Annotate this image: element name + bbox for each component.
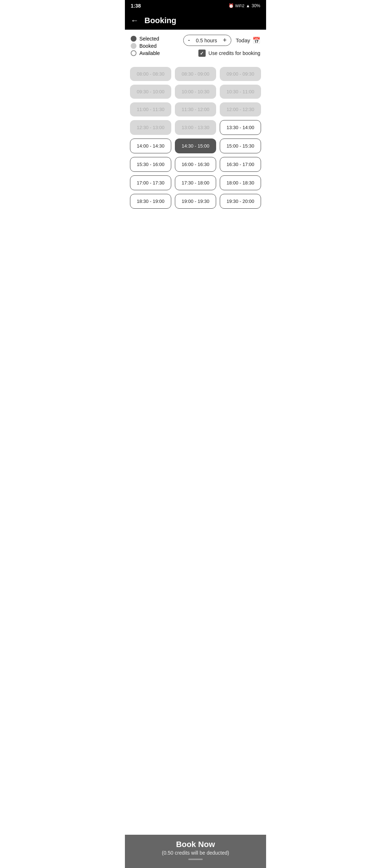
time-slot-8[interactable]: 12:00 - 12:30 [220, 102, 261, 116]
controls-section: Selected Booked Available - 0.5 hours + [125, 30, 266, 61]
right-controls: - 0.5 hours + Today 📅 Use credits for bo… [183, 35, 260, 57]
legend-available: Available [131, 50, 160, 56]
credits-checkbox[interactable] [198, 50, 206, 57]
time-slot-2[interactable]: 09:00 - 09:30 [220, 67, 261, 81]
status-time: 1:38 [131, 3, 141, 9]
time-slot-6[interactable]: 11:00 - 11:30 [130, 102, 171, 116]
time-slot-7[interactable]: 11:30 - 12:00 [175, 102, 216, 116]
time-slot-19[interactable]: 17:30 - 18:00 [175, 175, 216, 190]
time-slot-5[interactable]: 10:30 - 11:00 [220, 85, 261, 99]
hours-value: 0.5 hours [194, 36, 218, 45]
credits-checkbox-label: Use credits for booking [209, 50, 260, 56]
time-slot-10[interactable]: 13:00 - 13:30 [175, 120, 216, 135]
selected-dot [131, 36, 136, 42]
alarm-icon: ⏰ [228, 3, 234, 8]
status-bar: 1:38 ⏰ WiFi2 ▲ 30% [125, 0, 266, 12]
time-slot-14[interactable]: 15:00 - 15:30 [220, 139, 261, 153]
slots-section: 08:00 - 08:3008:30 - 09:0009:00 - 09:300… [125, 61, 266, 214]
selected-label: Selected [139, 36, 159, 42]
available-dot [131, 50, 136, 56]
today-label: Today [236, 37, 250, 43]
time-slot-16[interactable]: 16:00 - 16:30 [175, 157, 216, 172]
time-slot-22[interactable]: 19:00 - 19:30 [175, 194, 216, 209]
top-controls-row: Selected Booked Available - 0.5 hours + [131, 35, 260, 57]
time-slot-23[interactable]: 19:30 - 20:00 [220, 194, 261, 209]
hours-minus-button[interactable]: - [184, 35, 194, 46]
legend-group: Selected Booked Available [131, 36, 160, 56]
time-slot-21[interactable]: 18:30 - 19:00 [130, 194, 171, 209]
slots-grid: 08:00 - 08:3008:30 - 09:0009:00 - 09:300… [130, 67, 261, 209]
status-icons: ⏰ WiFi2 ▲ 30% [228, 3, 260, 8]
time-slot-3[interactable]: 09:30 - 10:00 [130, 85, 171, 99]
credits-checkbox-row: Use credits for booking [198, 50, 260, 57]
time-slot-20[interactable]: 18:00 - 18:30 [220, 175, 261, 190]
time-slot-1[interactable]: 08:30 - 09:00 [175, 67, 216, 81]
page-title: Booking [144, 16, 176, 25]
back-button[interactable]: ← [131, 16, 139, 25]
time-slot-17[interactable]: 16:30 - 17:00 [220, 157, 261, 172]
time-slot-4[interactable]: 10:00 - 10:30 [175, 85, 216, 99]
time-slot-15[interactable]: 15:30 - 16:00 [130, 157, 171, 172]
time-slot-12[interactable]: 14:00 - 14:30 [130, 139, 171, 153]
battery-text: 30% [252, 3, 260, 8]
today-button[interactable]: Today 📅 [236, 37, 260, 44]
calendar-icon: 📅 [252, 37, 260, 44]
hours-control: - 0.5 hours + [183, 35, 231, 46]
legend-selected: Selected [131, 36, 160, 42]
header: ← Booking [125, 12, 266, 30]
available-label: Available [139, 50, 160, 56]
time-slot-13[interactable]: 14:30 - 15:00 [175, 139, 216, 153]
time-slot-0[interactable]: 08:00 - 08:30 [130, 67, 171, 81]
booked-label: Booked [139, 43, 156, 49]
time-slot-9[interactable]: 12:30 - 13:00 [130, 120, 171, 135]
time-slot-18[interactable]: 17:00 - 17:30 [130, 175, 171, 190]
time-slot-11[interactable]: 13:30 - 14:00 [220, 120, 261, 135]
legend-booked: Booked [131, 43, 160, 49]
hours-plus-button[interactable]: + [218, 35, 231, 46]
booked-dot [131, 43, 136, 49]
signal-icon: ▲ [246, 3, 250, 8]
wifi-icon: WiFi2 [235, 4, 245, 8]
